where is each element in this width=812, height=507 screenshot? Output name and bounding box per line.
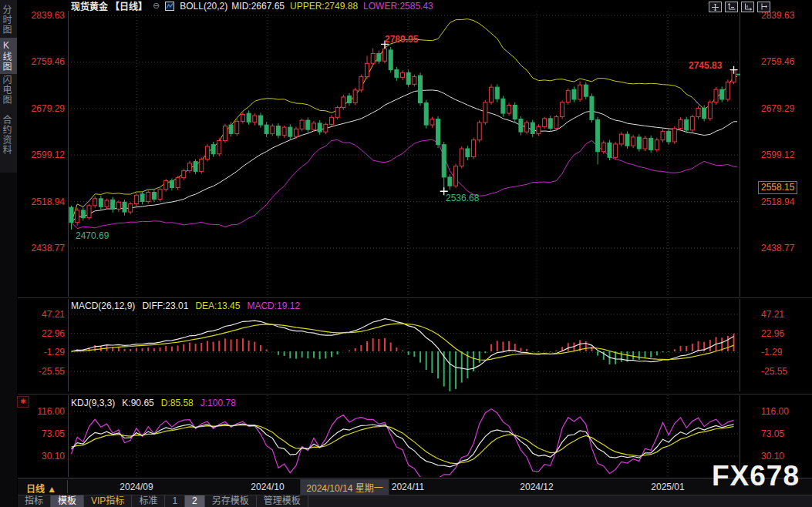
boll-mid-value: MID:2667.65	[231, 1, 285, 12]
sidebar-item-time-chart[interactable]: 分时图	[0, 2, 17, 37]
price-annotation: 2789.95	[385, 34, 418, 45]
chart-tool-icons	[709, 2, 770, 12]
macd-axis-label: -25.55	[25, 366, 65, 377]
kdj-j-value: J:100.78	[200, 398, 236, 408]
panel-divider	[18, 297, 812, 298]
sidebar-item-contract-info[interactable]: 合约资料	[0, 112, 17, 157]
price-marker-badge: 2558.15	[758, 181, 797, 194]
app-root: 分时图K线图闪电图合约资料 现货黄金 【日线】 ⊖ BOLL(20,2) MID…	[0, 0, 812, 507]
boll-lower-value: LOWER:2585.43	[363, 1, 433, 12]
collapse-icon[interactable]: ⊖	[153, 1, 160, 11]
price-annotation: 2745.83	[689, 60, 722, 71]
indicator-chart-icon[interactable]	[165, 2, 174, 11]
price-axis-label: 2599.12	[761, 149, 801, 160]
macd-axis-label: -1.29	[25, 347, 65, 358]
boll-label[interactable]: BOLL(20,2)	[180, 1, 227, 12]
kdj-axis-label: 116.00	[25, 406, 65, 417]
move-icon[interactable]	[709, 2, 722, 12]
macd-histogram-layer	[72, 334, 734, 391]
price-axis-label: 2679.29	[761, 103, 801, 114]
grid-layer	[68, 11, 740, 297]
x-axis-scale-icon[interactable]	[741, 2, 754, 12]
kdj-axis-label: 73.05	[25, 428, 65, 439]
kdj-k-value: K:90.65	[122, 398, 153, 408]
kdj-axis-label: 116.00	[761, 406, 801, 417]
macd-axis-label: 22.96	[25, 328, 65, 339]
macd-diff-value: DIFF:23.01	[142, 301, 188, 311]
toolbar-item-vip-indicators[interactable]: VIP指标	[84, 495, 132, 507]
toolbar-item-slot-2[interactable]: 2	[185, 495, 205, 507]
kdj-settings-icon[interactable]: ✱	[17, 396, 29, 408]
macd-header: MACD(26,12,9) DIFF:23.01 DEA:13.45 MACD:…	[71, 301, 300, 311]
toolbar-item-slot-1[interactable]: 1	[165, 495, 185, 507]
sidebar-lower-area	[0, 173, 17, 507]
price-axis-label: 2839.63	[25, 10, 65, 21]
price-axis-label: 2679.29	[25, 103, 65, 114]
chart-title-bar: 现货黄金 【日线】 ⊖ BOLL(20,2) MID:2667.65 UPPER…	[71, 0, 433, 12]
price-axis-label: 2759.46	[25, 56, 65, 67]
kdj-header: KDJ(9,3,3) K:90.65 D:85.58 J:100.78	[71, 398, 236, 408]
toolbar-item-indicators[interactable]: 指标	[18, 495, 51, 507]
macd-axis-label: 47.21	[761, 309, 801, 320]
price-axis-label: 2438.77	[761, 243, 801, 254]
date-axis-row: 日线 ▲ 2024/10/14 星期一 2024/092024/102024/1…	[18, 478, 812, 495]
kdj-axis-label: 30.10	[761, 451, 801, 462]
bottom-toolbar: 指标模板VIP指标标准12另存模板管理模板	[18, 495, 812, 507]
toolbar-item-save-template[interactable]: 另存模板	[205, 495, 257, 507]
sidebar-item-kline-chart[interactable]: K线图	[0, 38, 17, 74]
chart-mode-sidebar: 分时图K线图闪电图合约资料	[0, 0, 17, 507]
toolbar-item-standard[interactable]: 标准	[132, 495, 165, 507]
price-axis-label: 2438.77	[25, 243, 65, 254]
bollinger-bands-layer	[72, 19, 738, 229]
x-axis-label: 2024/12	[520, 482, 553, 492]
period-selector[interactable]: 日线 ▲	[26, 482, 56, 495]
kdj-name[interactable]: KDJ(9,3,3)	[71, 398, 115, 408]
pan-right-icon[interactable]	[757, 2, 770, 12]
period-tag: 【日线】	[110, 0, 147, 12]
y-axis-scale-icon[interactable]	[725, 2, 738, 12]
macd-lines-layer	[72, 319, 734, 370]
instrument-title: 现货黄金	[71, 0, 108, 12]
sidebar-item-flash-chart[interactable]: 闪电图	[0, 72, 17, 107]
price-annotation: 2470.69	[76, 230, 109, 241]
macd-macd-value: MACD:19.12	[247, 301, 300, 311]
macd-panel-chart[interactable]	[68, 299, 740, 391]
macd-axis-label: 22.96	[761, 328, 801, 339]
price-axis-label: 2518.94	[761, 196, 801, 207]
price-annotation: 2536.68	[446, 193, 479, 203]
x-axis-label: 2024/09	[120, 482, 153, 492]
price-axis-label: 2759.46	[761, 56, 801, 67]
x-axis-label: 2024/11	[392, 482, 425, 492]
kdj-d-value: D:85.58	[161, 398, 194, 408]
toolbar-item-manage-template[interactable]: 管理模板	[257, 495, 308, 507]
kdj-axis-label: 73.05	[761, 428, 801, 439]
boll-upper-value: UPPER:2749.88	[290, 1, 358, 12]
grid-layer	[68, 299, 740, 391]
price-axis-label: 2518.94	[25, 196, 65, 207]
price-axis-label: 2599.12	[25, 149, 65, 160]
macd-axis-label: 47.21	[25, 309, 65, 320]
highlighted-date: 2024/10/14 星期一	[300, 479, 389, 495]
main-candlestick-chart[interactable]	[68, 11, 740, 297]
macd-name[interactable]: MACD(26,12,9)	[71, 301, 135, 311]
date-row-divider	[67, 480, 68, 493]
kdj-axis-label: 30.10	[25, 451, 65, 462]
x-axis-label: 2024/10	[251, 482, 284, 492]
macd-axis-label: -1.29	[761, 347, 801, 358]
toolbar-item-templates[interactable]: 模板	[51, 495, 84, 507]
panel-divider	[18, 394, 812, 395]
macd-axis-label: -25.55	[761, 366, 801, 377]
x-axis-label: 2025/01	[651, 482, 684, 492]
macd-dea-value: DEA:13.45	[195, 301, 240, 311]
kdj-lines-layer	[72, 409, 734, 477]
